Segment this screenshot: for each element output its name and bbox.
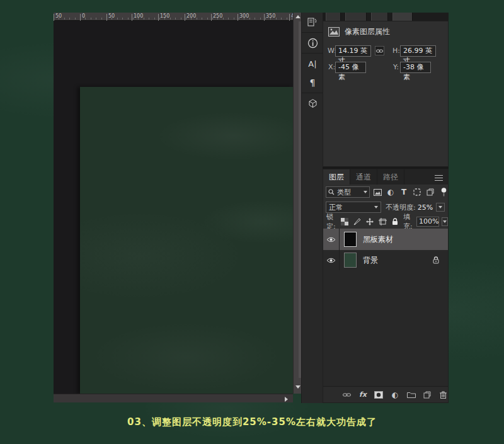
opacity-value[interactable]: 25% [418,203,433,212]
panel-menu-icon[interactable] [435,173,443,183]
ruler-ticks [54,18,293,20]
position-row: X: -45 像素 Y: -38 像素 [323,62,448,73]
scroll-right-icon[interactable] [285,397,288,402]
filter-kind-label: 类型 [337,188,351,197]
tab-channels[interactable]: 通道 [350,169,377,185]
filter-adjustment-layers-icon[interactable]: ◐ [386,188,395,196]
clipped-panel-tabs [323,13,449,21]
layers-panel-tabs: 图层 通道 路径 [323,169,448,185]
styles-panel-icon[interactable] [302,13,323,31]
blend-mode-value: 正常 [329,203,343,212]
filter-shape-layers-icon[interactable] [413,188,421,196]
vertical-scrollbar[interactable] [293,13,301,394]
opacity-dropdown[interactable] [436,203,445,212]
pixel-layer-icon [328,27,340,37]
filter-type-icons: ◐ T [373,186,448,198]
layer-filter-row: 类型 ◐ T [323,186,448,198]
filter-type-layers-icon[interactable]: T [399,188,408,196]
dimension-row: W: 14.19 英寸 H: 26.99 英寸 [323,45,448,57]
new-layer-icon[interactable] [423,390,432,399]
ruler-label: 50 [106,13,115,20]
panel-tab-stub[interactable] [371,13,388,21]
chevron-down-icon [438,206,442,208]
panel-tab-stub[interactable] [392,13,413,21]
lock-buttons [341,218,398,225]
properties-header: 像素图层属性 [328,26,390,37]
eye-icon [326,237,336,242]
chevron-down-icon [443,220,447,223]
add-mask-icon[interactable] [374,390,384,399]
panel-tab-stub[interactable] [345,13,367,21]
chevron-down-icon [374,206,378,208]
visibility-toggle[interactable] [323,229,340,250]
lock-transparency-icon[interactable] [341,218,348,225]
layer-locked-icon [433,256,439,264]
tab-layers[interactable]: 图层 [323,169,350,185]
paragraph-panel-icon[interactable]: ¶ [302,73,323,92]
ruler-label: 350 [264,13,275,20]
ruler-label: 0 [80,13,85,20]
properties-title: 像素图层属性 [345,26,390,37]
ruler-label: 50 [54,13,62,20]
tab-paths[interactable]: 路径 [377,169,404,185]
new-adjustment-layer-icon[interactable]: ◐ [391,390,400,399]
canvas-area[interactable]: 50 0 50 100 150 200 250 300 350 400 [54,13,293,402]
ruler-label: 150 [158,13,169,20]
layer-thumbnail[interactable] [344,232,357,247]
layer-row-blackboard[interactable]: 黑板素材 [323,229,448,250]
filter-smart-objects-icon[interactable] [426,188,435,196]
chevron-down-icon [364,191,367,193]
lock-pixels-icon[interactable] [353,218,361,225]
info-panel-icon[interactable] [302,33,323,52]
filter-kind-dropdown[interactable]: 类型 [326,186,370,198]
link-layers-icon[interactable] [342,390,352,399]
fill-value[interactable]: 100% [416,217,439,227]
ruler-label: 300 [238,13,249,20]
new-group-icon[interactable] [406,390,416,399]
visibility-toggle[interactable] [323,250,340,270]
opacity-label: 不透明度: [386,203,416,212]
ruler-label: 200 [185,13,196,20]
filter-pixel-layers-icon[interactable] [373,188,382,196]
y-field[interactable]: -38 像素 [400,62,431,73]
lock-all-icon[interactable] [392,218,398,225]
blend-mode-dropdown[interactable]: 正常 [326,202,381,213]
layer-name[interactable]: 黑板素材 [363,234,393,245]
search-icon [328,189,335,195]
opacity-annotation-box: 不透明度: 25% [384,200,447,215]
width-field[interactable]: 14.19 英寸 [335,45,371,57]
horizontal-ruler: 50 0 50 100 150 200 250 300 350 400 [54,13,293,21]
divider [302,93,323,93]
x-label: X: [328,63,335,71]
filter-toggle-icon[interactable] [439,188,448,196]
fill-dropdown[interactable] [442,217,448,226]
scroll-up-icon[interactable] [295,15,301,18]
x-field[interactable]: -45 像素 [335,62,366,73]
right-panel-column: 像素图层属性 W: 14.19 英寸 H: 26.99 英寸 X: -45 像素… [323,13,449,403]
blend-opacity-row: 正常 不透明度: 25% [323,200,448,214]
layer-list: 黑板素材 背景 [323,229,448,387]
layers-bottom-toolbar: fx ◐ [323,386,448,402]
delete-layer-icon[interactable] [438,390,448,399]
collapsed-panels-strip: A| ¶ [301,13,323,403]
3d-panel-icon[interactable] [302,94,323,113]
panel-tab-stub[interactable] [326,13,341,21]
lock-position-icon[interactable] [366,218,374,225]
height-field[interactable]: 26.99 英寸 [400,45,436,57]
scroll-down-icon[interactable] [295,385,301,389]
layer-style-icon[interactable]: fx [358,390,368,399]
layer-row-background[interactable]: 背景 [323,250,448,270]
link-dimensions-button[interactable] [375,46,384,55]
layer-name[interactable]: 背景 [363,255,378,266]
height-label: H: [392,47,400,55]
lock-artboard-icon[interactable] [379,218,387,225]
eye-icon [326,258,336,263]
horizontal-scrollbar[interactable] [54,394,293,402]
tutorial-caption: 03、调整图层不透明度到25%-35%左右就大功告成了 [0,416,504,428]
character-panel-icon[interactable]: A| [302,54,323,73]
chalkboard-document[interactable] [80,87,293,394]
canvas-viewport[interactable] [54,21,293,394]
ruler-label: 250 [211,13,222,20]
layer-thumbnail[interactable] [344,253,357,268]
properties-panel: 像素图层属性 W: 14.19 英寸 H: 26.99 英寸 X: -45 像素… [323,21,449,167]
